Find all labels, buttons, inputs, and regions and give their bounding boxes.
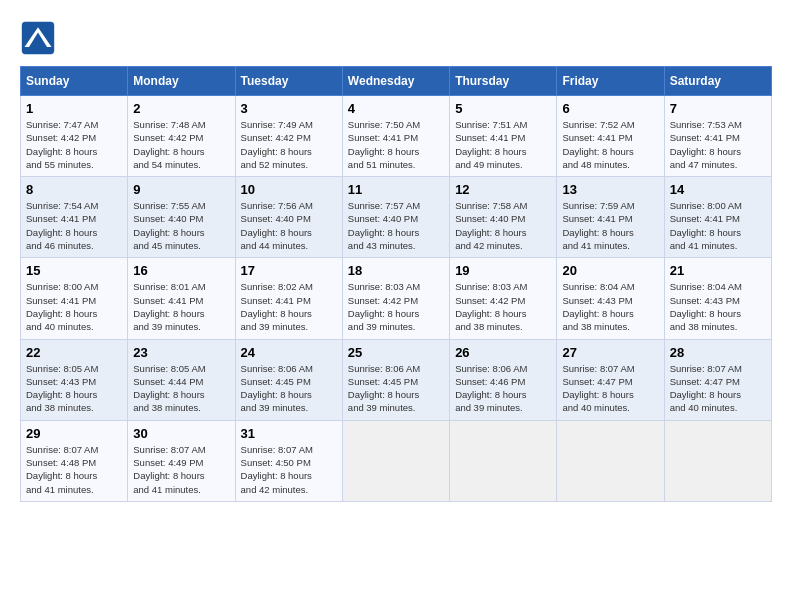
weekday-header-saturday: Saturday [664,67,771,96]
calendar-day-empty [557,420,664,501]
general-blue-logo-icon [20,20,56,56]
calendar-day-20: 20Sunrise: 8:04 AM Sunset: 4:43 PM Dayli… [557,258,664,339]
calendar-day-empty [664,420,771,501]
day-info: Sunrise: 7:55 AM Sunset: 4:40 PM Dayligh… [133,199,229,252]
day-info: Sunrise: 8:06 AM Sunset: 4:45 PM Dayligh… [348,362,444,415]
weekday-header-tuesday: Tuesday [235,67,342,96]
calendar-day-7: 7Sunrise: 7:53 AM Sunset: 4:41 PM Daylig… [664,96,771,177]
calendar-day-24: 24Sunrise: 8:06 AM Sunset: 4:45 PM Dayli… [235,339,342,420]
calendar-day-18: 18Sunrise: 8:03 AM Sunset: 4:42 PM Dayli… [342,258,449,339]
day-number: 10 [241,182,337,197]
day-number: 24 [241,345,337,360]
day-number: 28 [670,345,766,360]
day-info: Sunrise: 8:07 AM Sunset: 4:48 PM Dayligh… [26,443,122,496]
calendar-day-16: 16Sunrise: 8:01 AM Sunset: 4:41 PM Dayli… [128,258,235,339]
calendar-day-26: 26Sunrise: 8:06 AM Sunset: 4:46 PM Dayli… [450,339,557,420]
day-info: Sunrise: 8:07 AM Sunset: 4:47 PM Dayligh… [670,362,766,415]
calendar-week-5: 29Sunrise: 8:07 AM Sunset: 4:48 PM Dayli… [21,420,772,501]
day-number: 30 [133,426,229,441]
calendar-day-22: 22Sunrise: 8:05 AM Sunset: 4:43 PM Dayli… [21,339,128,420]
calendar-day-25: 25Sunrise: 8:06 AM Sunset: 4:45 PM Dayli… [342,339,449,420]
day-info: Sunrise: 8:07 AM Sunset: 4:47 PM Dayligh… [562,362,658,415]
calendar-day-31: 31Sunrise: 8:07 AM Sunset: 4:50 PM Dayli… [235,420,342,501]
day-info: Sunrise: 7:53 AM Sunset: 4:41 PM Dayligh… [670,118,766,171]
calendar-day-8: 8Sunrise: 7:54 AM Sunset: 4:41 PM Daylig… [21,177,128,258]
day-info: Sunrise: 7:56 AM Sunset: 4:40 PM Dayligh… [241,199,337,252]
day-info: Sunrise: 8:03 AM Sunset: 4:42 PM Dayligh… [455,280,551,333]
day-number: 5 [455,101,551,116]
day-number: 16 [133,263,229,278]
calendar-day-30: 30Sunrise: 8:07 AM Sunset: 4:49 PM Dayli… [128,420,235,501]
day-number: 1 [26,101,122,116]
day-number: 2 [133,101,229,116]
day-info: Sunrise: 8:06 AM Sunset: 4:46 PM Dayligh… [455,362,551,415]
calendar-table: SundayMondayTuesdayWednesdayThursdayFrid… [20,66,772,502]
calendar-day-21: 21Sunrise: 8:04 AM Sunset: 4:43 PM Dayli… [664,258,771,339]
day-info: Sunrise: 8:01 AM Sunset: 4:41 PM Dayligh… [133,280,229,333]
calendar-day-4: 4Sunrise: 7:50 AM Sunset: 4:41 PM Daylig… [342,96,449,177]
calendar-day-19: 19Sunrise: 8:03 AM Sunset: 4:42 PM Dayli… [450,258,557,339]
day-number: 4 [348,101,444,116]
day-info: Sunrise: 7:52 AM Sunset: 4:41 PM Dayligh… [562,118,658,171]
weekday-header-sunday: Sunday [21,67,128,96]
weekday-header-wednesday: Wednesday [342,67,449,96]
day-number: 13 [562,182,658,197]
day-number: 25 [348,345,444,360]
day-info: Sunrise: 7:59 AM Sunset: 4:41 PM Dayligh… [562,199,658,252]
day-number: 27 [562,345,658,360]
day-info: Sunrise: 7:49 AM Sunset: 4:42 PM Dayligh… [241,118,337,171]
day-number: 14 [670,182,766,197]
calendar-day-14: 14Sunrise: 8:00 AM Sunset: 4:41 PM Dayli… [664,177,771,258]
calendar-day-27: 27Sunrise: 8:07 AM Sunset: 4:47 PM Dayli… [557,339,664,420]
calendar-day-2: 2Sunrise: 7:48 AM Sunset: 4:42 PM Daylig… [128,96,235,177]
day-number: 23 [133,345,229,360]
calendar-day-5: 5Sunrise: 7:51 AM Sunset: 4:41 PM Daylig… [450,96,557,177]
calendar-day-1: 1Sunrise: 7:47 AM Sunset: 4:42 PM Daylig… [21,96,128,177]
day-number: 21 [670,263,766,278]
day-info: Sunrise: 7:57 AM Sunset: 4:40 PM Dayligh… [348,199,444,252]
calendar-day-empty [450,420,557,501]
day-number: 11 [348,182,444,197]
calendar-day-23: 23Sunrise: 8:05 AM Sunset: 4:44 PM Dayli… [128,339,235,420]
page-header [20,20,772,56]
day-number: 12 [455,182,551,197]
day-number: 26 [455,345,551,360]
calendar-week-4: 22Sunrise: 8:05 AM Sunset: 4:43 PM Dayli… [21,339,772,420]
day-number: 22 [26,345,122,360]
day-info: Sunrise: 7:50 AM Sunset: 4:41 PM Dayligh… [348,118,444,171]
calendar-day-28: 28Sunrise: 8:07 AM Sunset: 4:47 PM Dayli… [664,339,771,420]
day-info: Sunrise: 8:06 AM Sunset: 4:45 PM Dayligh… [241,362,337,415]
calendar-week-3: 15Sunrise: 8:00 AM Sunset: 4:41 PM Dayli… [21,258,772,339]
day-number: 20 [562,263,658,278]
day-number: 17 [241,263,337,278]
day-number: 6 [562,101,658,116]
calendar-day-11: 11Sunrise: 7:57 AM Sunset: 4:40 PM Dayli… [342,177,449,258]
day-info: Sunrise: 7:58 AM Sunset: 4:40 PM Dayligh… [455,199,551,252]
day-info: Sunrise: 8:04 AM Sunset: 4:43 PM Dayligh… [670,280,766,333]
calendar-day-empty [342,420,449,501]
day-info: Sunrise: 8:00 AM Sunset: 4:41 PM Dayligh… [26,280,122,333]
day-info: Sunrise: 8:02 AM Sunset: 4:41 PM Dayligh… [241,280,337,333]
day-info: Sunrise: 8:03 AM Sunset: 4:42 PM Dayligh… [348,280,444,333]
calendar-week-1: 1Sunrise: 7:47 AM Sunset: 4:42 PM Daylig… [21,96,772,177]
day-info: Sunrise: 8:05 AM Sunset: 4:43 PM Dayligh… [26,362,122,415]
day-number: 3 [241,101,337,116]
calendar-day-29: 29Sunrise: 8:07 AM Sunset: 4:48 PM Dayli… [21,420,128,501]
weekday-header-friday: Friday [557,67,664,96]
day-number: 15 [26,263,122,278]
calendar-day-6: 6Sunrise: 7:52 AM Sunset: 4:41 PM Daylig… [557,96,664,177]
day-info: Sunrise: 8:07 AM Sunset: 4:50 PM Dayligh… [241,443,337,496]
calendar-day-12: 12Sunrise: 7:58 AM Sunset: 4:40 PM Dayli… [450,177,557,258]
day-info: Sunrise: 7:47 AM Sunset: 4:42 PM Dayligh… [26,118,122,171]
calendar-day-3: 3Sunrise: 7:49 AM Sunset: 4:42 PM Daylig… [235,96,342,177]
calendar-day-9: 9Sunrise: 7:55 AM Sunset: 4:40 PM Daylig… [128,177,235,258]
day-number: 29 [26,426,122,441]
calendar-day-13: 13Sunrise: 7:59 AM Sunset: 4:41 PM Dayli… [557,177,664,258]
logo [20,20,60,56]
day-info: Sunrise: 7:51 AM Sunset: 4:41 PM Dayligh… [455,118,551,171]
day-number: 7 [670,101,766,116]
day-number: 8 [26,182,122,197]
calendar-day-15: 15Sunrise: 8:00 AM Sunset: 4:41 PM Dayli… [21,258,128,339]
day-number: 9 [133,182,229,197]
day-info: Sunrise: 7:54 AM Sunset: 4:41 PM Dayligh… [26,199,122,252]
